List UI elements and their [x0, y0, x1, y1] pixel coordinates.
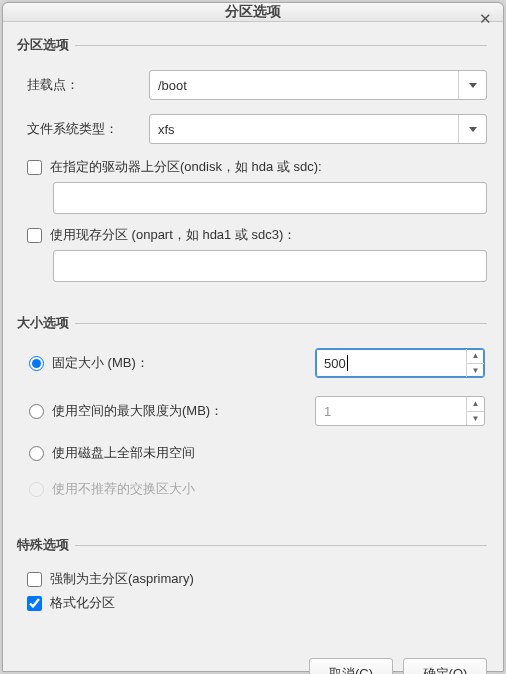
spinner-up-icon[interactable]: ▲ [467, 397, 484, 412]
window-title: 分区选项 [225, 3, 281, 21]
fstype-combo[interactable]: xfs [149, 114, 487, 144]
fixed-size-spinner[interactable]: 500 ▲ ▼ [315, 348, 485, 378]
format-checkbox[interactable] [27, 596, 42, 611]
ok-button[interactable]: 确定(O) [403, 658, 487, 674]
onpart-input[interactable] [53, 250, 487, 282]
max-size-spinner[interactable]: 1 ▲ ▼ [315, 396, 485, 426]
fixed-size-value: 500 [324, 356, 346, 371]
format-label: 格式化分区 [50, 594, 115, 612]
special-options-group: 特殊选项 强制为主分区(asprimary) 格式化分区 [19, 536, 487, 618]
dialog-window: 分区选项 ✕ 分区选项 挂载点： /boot 文件系统类型： xfs [2, 2, 504, 672]
swap-size-radio [29, 482, 44, 497]
spinner-down-icon[interactable]: ▼ [467, 364, 484, 378]
asprimary-label: 强制为主分区(asprimary) [50, 570, 194, 588]
dialog-content: 分区选项 挂载点： /boot 文件系统类型： xfs 在指定的驱动器上分区(o… [3, 22, 503, 648]
chevron-down-icon [458, 71, 486, 99]
button-row: 取消(C) 确定(O) [3, 648, 503, 674]
mountpoint-label: 挂载点： [27, 76, 145, 94]
onpart-label: 使用现存分区 (onpart，如 hda1 或 sdc3)： [50, 226, 296, 244]
cancel-button[interactable]: 取消(C) [309, 658, 393, 674]
fstype-value: xfs [158, 122, 175, 137]
swap-size-label: 使用不推荐的交换区大小 [52, 480, 195, 498]
size-options-legend: 大小选项 [17, 314, 75, 332]
text-cursor [347, 355, 348, 371]
fixed-size-radio[interactable] [29, 356, 44, 371]
special-options-legend: 特殊选项 [17, 536, 75, 554]
fstype-label: 文件系统类型： [27, 120, 145, 138]
close-button[interactable]: ✕ [475, 9, 495, 29]
all-space-radio[interactable] [29, 446, 44, 461]
ondisk-checkbox[interactable] [27, 160, 42, 175]
chevron-down-icon [458, 115, 486, 143]
mountpoint-value: /boot [158, 78, 187, 93]
spinner-up-icon[interactable]: ▲ [467, 349, 484, 364]
fixed-size-label: 固定大小 (MB)： [52, 354, 307, 372]
max-size-value: 1 [324, 404, 331, 419]
onpart-checkbox[interactable] [27, 228, 42, 243]
mountpoint-combo[interactable]: /boot [149, 70, 487, 100]
size-options-group: 大小选项 固定大小 (MB)： 500 ▲ ▼ 使用空间的最大限度为(MB)： [19, 314, 487, 516]
partition-options-group: 分区选项 挂载点： /boot 文件系统类型： xfs 在指定的驱动器上分区(o… [19, 36, 487, 294]
titlebar: 分区选项 ✕ [3, 3, 503, 22]
spinner-down-icon[interactable]: ▼ [467, 412, 484, 426]
all-space-label: 使用磁盘上全部未用空间 [52, 444, 195, 462]
asprimary-checkbox[interactable] [27, 572, 42, 587]
max-size-radio[interactable] [29, 404, 44, 419]
ondisk-input[interactable] [53, 182, 487, 214]
ondisk-label: 在指定的驱动器上分区(ondisk，如 hda 或 sdc): [50, 158, 322, 176]
partition-options-legend: 分区选项 [17, 36, 75, 54]
max-size-label: 使用空间的最大限度为(MB)： [52, 402, 307, 420]
